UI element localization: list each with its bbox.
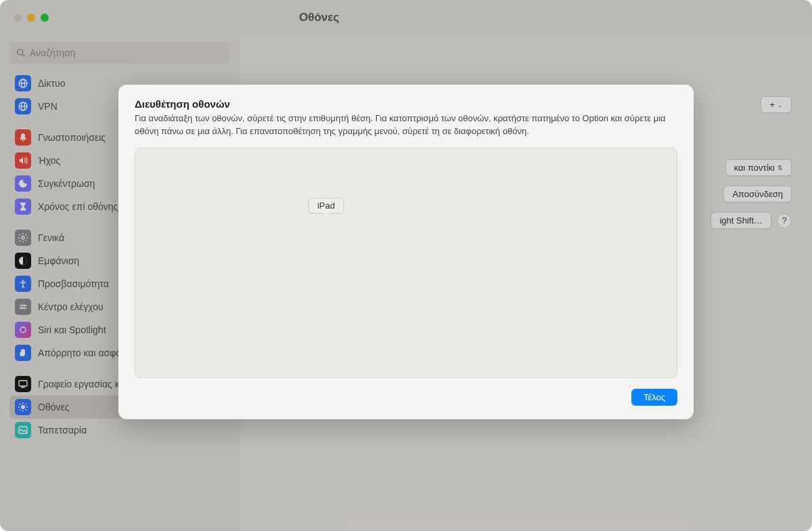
settings-window: Οθόνες Αναζήτηση Δίκτυο VPN Γνωστοποιήσε… [0, 0, 812, 531]
modal-footer: Τέλος [135, 389, 677, 406]
display-main[interactable] [395, 221, 545, 305]
arrange-displays-modal: Διευθέτηση οθονών Για αναδιάταξη των οθο… [118, 85, 694, 419]
display-label: iPad [309, 198, 344, 213]
modal-header: Διευθέτηση οθονών Για αναδιάταξη των οθο… [135, 98, 677, 138]
modal-overlay: Διευθέτηση οθονών Για αναδιάταξη των οθο… [0, 0, 812, 531]
display-arrangement-area[interactable]: iPad [135, 148, 677, 378]
done-button[interactable]: Τέλος [631, 389, 677, 406]
modal-description: Για αναδιάταξη των οθονών, σύρετέ τις στ… [135, 112, 677, 138]
modal-title: Διευθέτηση οθονών [135, 98, 677, 110]
display-ipad[interactable]: iPad [267, 221, 386, 305]
